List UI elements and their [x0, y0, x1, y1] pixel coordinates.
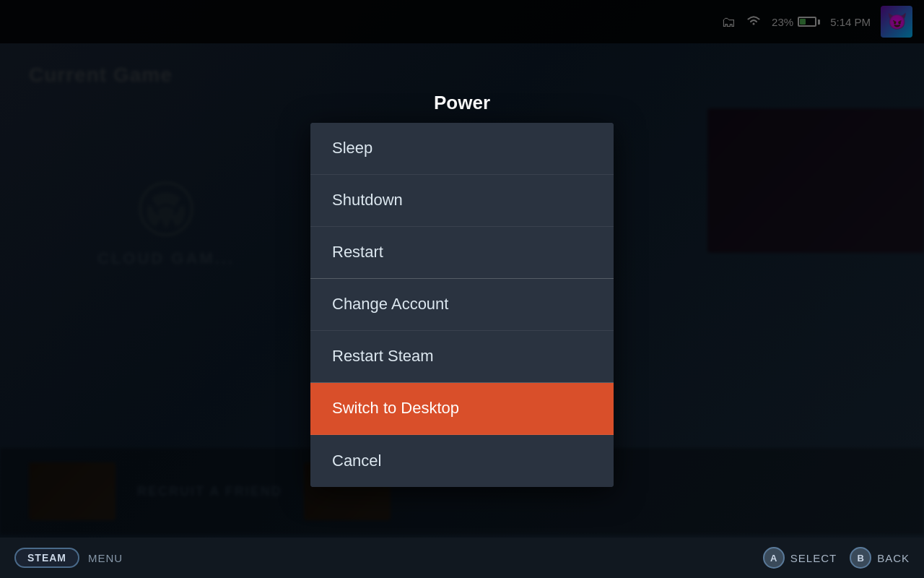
menu-item-cancel[interactable]: Cancel — [310, 435, 614, 487]
menu-label: MENU — [88, 552, 123, 564]
select-label: SELECT — [790, 552, 837, 564]
a-button[interactable]: A — [763, 547, 785, 569]
power-modal: Power Sleep Shutdown Restart Change Acco… — [310, 92, 614, 487]
select-control: A SELECT — [763, 547, 837, 569]
menu-list: Sleep Shutdown Restart Change Account Re… — [310, 123, 614, 487]
menu-item-restart[interactable]: Restart — [310, 227, 614, 279]
b-button[interactable]: B — [850, 547, 871, 569]
menu-item-restart-steam[interactable]: Restart Steam — [310, 331, 614, 383]
back-label: BACK — [877, 552, 910, 564]
menu-item-change-account[interactable]: Change Account — [310, 279, 614, 331]
bottombar: STEAM MENU A SELECT B BACK — [0, 538, 924, 578]
menu-item-shutdown[interactable]: Shutdown — [310, 175, 614, 227]
menu-item-switch-desktop[interactable]: Switch to Desktop — [310, 383, 614, 435]
back-control: B BACK — [850, 547, 910, 569]
steam-button[interactable]: STEAM — [14, 548, 79, 568]
steam-label: STEAM — [27, 552, 66, 564]
power-menu-overlay: Power Sleep Shutdown Restart Change Acco… — [0, 0, 924, 578]
right-controls: A SELECT B BACK — [763, 547, 910, 569]
menu-item-sleep[interactable]: Sleep — [310, 123, 614, 175]
modal-title: Power — [434, 92, 490, 114]
